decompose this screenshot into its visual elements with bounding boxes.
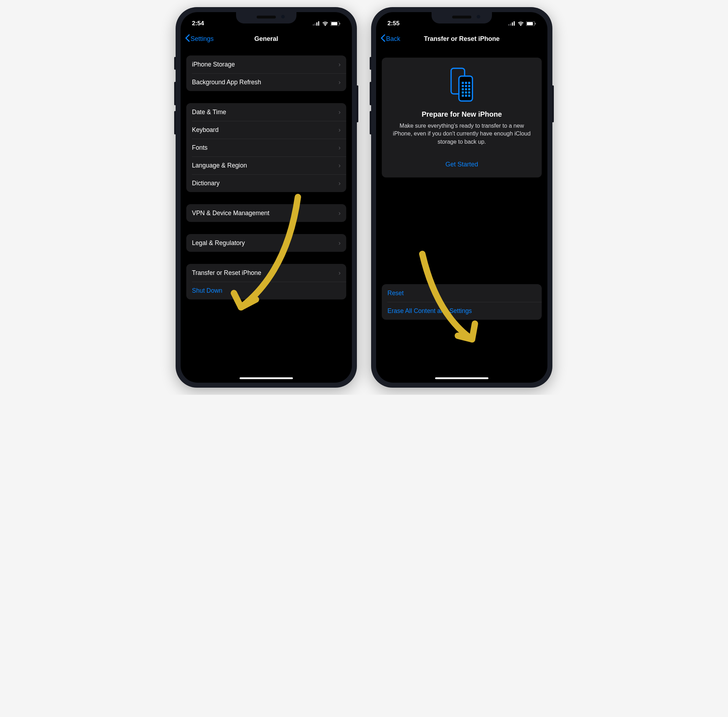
group-legal: Legal & Regulatory› <box>186 234 346 252</box>
back-button[interactable]: Settings <box>185 34 214 44</box>
card-title: Prepare for New iPhone <box>390 110 534 118</box>
mute-switch[interactable] <box>370 57 372 70</box>
back-label: Back <box>386 35 400 43</box>
row-erase-all-content-and-settings[interactable]: Erase All Content and Settings <box>382 302 542 320</box>
row-label: Language & Region <box>192 162 338 169</box>
phone-frame-right: 2:55 Back Transfer or Reset iPhone <box>371 7 552 387</box>
svg-rect-30 <box>468 95 470 97</box>
chevron-right-icon: › <box>338 180 341 187</box>
svg-rect-23 <box>465 88 467 90</box>
row-reset[interactable]: Reset <box>382 284 542 302</box>
chevron-right-icon: › <box>338 162 341 169</box>
svg-rect-1 <box>315 23 316 26</box>
chevron-right-icon: › <box>338 209 341 217</box>
row-label: VPN & Device Management <box>192 209 338 217</box>
screen-left: 2:54 Settings General <box>181 12 352 383</box>
row-keyboard[interactable]: Keyboard› <box>186 121 346 139</box>
row-label: Keyboard <box>192 126 338 134</box>
svg-rect-0 <box>313 24 314 26</box>
svg-rect-26 <box>465 92 467 93</box>
row-label: Background App Refresh <box>192 79 338 86</box>
screen-right: 2:55 Back Transfer or Reset iPhone <box>376 12 547 383</box>
row-transfer-or-reset-iphone[interactable]: Transfer or Reset iPhone› <box>186 264 346 282</box>
svg-rect-9 <box>512 23 513 26</box>
svg-rect-27 <box>468 92 470 93</box>
mute-switch[interactable] <box>174 57 176 70</box>
devices-transfer-icon <box>390 67 534 102</box>
row-fonts[interactable]: Fonts› <box>186 139 346 157</box>
notch <box>431 12 492 23</box>
chevron-right-icon: › <box>338 126 341 134</box>
group-storage: iPhone Storage › Background App Refresh … <box>186 55 346 91</box>
chevron-right-icon: › <box>338 79 341 86</box>
svg-rect-8 <box>510 23 511 26</box>
volume-up-button[interactable] <box>370 82 372 105</box>
status-time: 2:55 <box>387 20 399 27</box>
svg-rect-10 <box>514 21 515 26</box>
chevron-left-icon <box>380 34 385 44</box>
chevron-right-icon: › <box>338 144 341 151</box>
back-button[interactable]: Back <box>380 34 400 44</box>
phone-frame-left: 2:54 Settings General <box>176 7 357 387</box>
get-started-button[interactable]: Get Started <box>390 161 534 168</box>
row-iphone-storage[interactable]: iPhone Storage › <box>186 55 346 73</box>
cellular-signal-icon <box>313 21 320 26</box>
back-label: Settings <box>190 35 214 43</box>
row-language-region[interactable]: Language & Region› <box>186 157 346 174</box>
svg-rect-13 <box>535 23 536 24</box>
row-date-time[interactable]: Date & Time› <box>186 103 346 121</box>
volume-down-button[interactable] <box>370 111 372 134</box>
notch <box>236 12 297 23</box>
row-label: iPhone Storage <box>192 61 338 68</box>
chevron-right-icon: › <box>338 269 341 277</box>
svg-rect-3 <box>318 21 319 26</box>
svg-rect-24 <box>468 88 470 90</box>
chevron-right-icon: › <box>338 61 341 68</box>
volume-down-button[interactable] <box>174 111 176 134</box>
row-label: Transfer or Reset iPhone <box>192 269 338 277</box>
group-vpn: VPN & Device Management› <box>186 204 346 222</box>
svg-rect-12 <box>527 22 533 25</box>
page-title: Transfer or Reset iPhone <box>424 35 500 43</box>
group-locale: Date & Time› Keyboard› Fonts› Language &… <box>186 103 346 192</box>
nav-bar: Back Transfer or Reset iPhone <box>376 30 547 48</box>
power-button[interactable] <box>356 85 358 122</box>
row-label: Erase All Content and Settings <box>387 307 536 315</box>
row-dictionary[interactable]: Dictionary› <box>186 174 346 192</box>
page-title: General <box>254 35 278 43</box>
svg-rect-29 <box>465 95 467 97</box>
group-reset-erase: Reset Erase All Content and Settings <box>382 284 542 320</box>
wifi-icon <box>322 21 329 26</box>
home-indicator[interactable] <box>435 377 489 379</box>
svg-rect-6 <box>340 23 340 24</box>
group-transfer-reset: Transfer or Reset iPhone› Shut Down <box>186 264 346 299</box>
svg-rect-7 <box>508 24 509 26</box>
row-label: Dictionary <box>192 180 338 187</box>
card-body: Make sure everything's ready to transfer… <box>390 122 534 146</box>
svg-rect-20 <box>465 85 467 87</box>
status-time: 2:54 <box>192 20 204 27</box>
battery-icon <box>330 21 341 26</box>
row-label: Legal & Regulatory <box>192 240 338 247</box>
svg-rect-18 <box>468 82 470 84</box>
svg-rect-21 <box>468 85 470 87</box>
row-legal-regulatory[interactable]: Legal & Regulatory› <box>186 234 346 252</box>
row-shut-down[interactable]: Shut Down <box>186 282 346 299</box>
row-label: Shut Down <box>192 287 341 294</box>
row-label: Reset <box>387 290 536 297</box>
row-label: Fonts <box>192 144 338 151</box>
svg-rect-22 <box>462 88 464 90</box>
svg-rect-17 <box>465 82 467 84</box>
power-button[interactable] <box>552 85 554 122</box>
chevron-right-icon: › <box>338 240 341 247</box>
battery-icon <box>526 21 536 26</box>
chevron-left-icon <box>185 34 190 44</box>
cellular-signal-icon <box>508 21 515 26</box>
row-background-app-refresh[interactable]: Background App Refresh › <box>186 73 346 91</box>
volume-up-button[interactable] <box>174 82 176 105</box>
home-indicator[interactable] <box>239 377 293 379</box>
row-label: Date & Time <box>192 108 338 116</box>
row-vpn-device-management[interactable]: VPN & Device Management› <box>186 204 346 222</box>
prepare-card: Prepare for New iPhone Make sure everyth… <box>382 58 542 177</box>
nav-bar: Settings General <box>181 30 352 48</box>
